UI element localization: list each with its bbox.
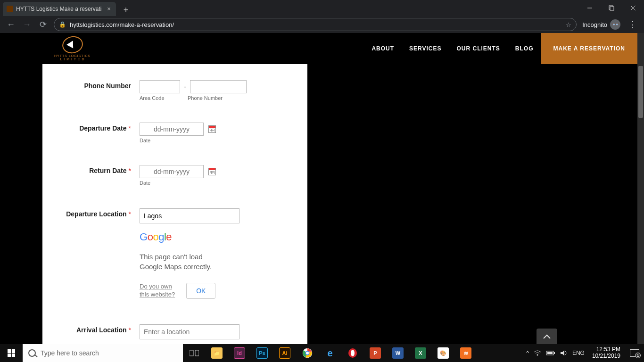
lock-icon: 🔒: [59, 21, 66, 28]
taskbar-app-paint[interactable]: 🎨: [432, 344, 454, 362]
phone-area-hint: Area Code: [140, 95, 184, 101]
nav-blog[interactable]: BLOG: [508, 33, 541, 64]
svg-point-13: [537, 354, 538, 356]
departure-date-label: Departure Date*: [57, 123, 131, 143]
nav-our-clients[interactable]: OUR CLIENTS: [449, 33, 508, 64]
svg-marker-17: [561, 350, 564, 356]
taskbar-app-indesign[interactable]: Id: [228, 344, 251, 362]
svg-rect-2: [610, 7, 614, 10]
return-date-label: Return Date*: [57, 165, 131, 186]
arrival-location-input[interactable]: [140, 324, 239, 339]
departure-date-hint: Date: [140, 138, 216, 143]
window-close-button[interactable]: [622, 0, 644, 16]
svg-point-10: [306, 352, 309, 354]
svg-rect-6: [195, 350, 199, 356]
tray-chevron-icon[interactable]: ^: [526, 350, 529, 356]
reload-button[interactable]: ⟳: [38, 19, 48, 30]
maps-ok-button[interactable]: OK: [186, 283, 215, 299]
taskbar-app-edge[interactable]: e: [319, 344, 341, 362]
window-minimize-button[interactable]: [579, 0, 601, 16]
tab-close-icon[interactable]: ×: [106, 6, 112, 12]
maps-error-line2: Google Maps correctly.: [140, 262, 262, 272]
taskbar-app-opera[interactable]: [341, 344, 364, 362]
tab-favicon: [7, 6, 13, 12]
logo-text: HYTTS LOGISTICSL I M I T E D: [54, 54, 91, 61]
scrollbar-thumb[interactable]: [638, 66, 643, 118]
taskbar-app-explorer[interactable]: 📁: [206, 344, 228, 362]
taskbar-app-word[interactable]: W: [387, 344, 409, 362]
taskbar-app-powerpoint[interactable]: P: [364, 344, 387, 362]
incognito-label: Incognito: [582, 21, 607, 28]
nav-services[interactable]: SERVICES: [402, 33, 449, 64]
forward-button[interactable]: →: [22, 19, 32, 30]
return-date-input[interactable]: [140, 165, 204, 178]
taskbar-search[interactable]: Type here to search: [23, 344, 183, 362]
departure-location-input[interactable]: [140, 208, 239, 223]
reservation-form-card: Email* example@example.com Phone Number …: [42, 33, 307, 344]
departure-location-label: Departure Location*: [57, 208, 131, 223]
svg-point-12: [351, 350, 355, 356]
taskbar-app-excel[interactable]: X: [409, 344, 432, 362]
taskbar-app-xampp[interactable]: ≋: [454, 344, 477, 362]
taskbar-app-illustrator[interactable]: Ai: [273, 344, 296, 362]
browser-tab[interactable]: HYTTS Logistics Make a reservati ×: [3, 2, 116, 16]
search-icon: [28, 349, 36, 357]
google-maps-error: Google This page can't load Google Maps …: [140, 231, 262, 299]
taskbar-search-placeholder: Type here to search: [41, 349, 99, 357]
tray-time: 12:53 PM: [592, 346, 620, 353]
windows-taskbar: Type here to search 📁 Id Ps Ai e P W X 🎨…: [0, 344, 644, 362]
tray-clock[interactable]: 12:53 PM 10/21/2019: [589, 346, 623, 360]
tray-battery-icon[interactable]: [546, 350, 555, 356]
tray-wifi-icon[interactable]: [534, 350, 541, 356]
browser-menu-button[interactable]: ⋮: [626, 19, 638, 30]
tray-date: 10/21/2019: [592, 353, 620, 360]
departure-date-input[interactable]: [140, 123, 204, 136]
taskbar-app-chrome[interactable]: [296, 344, 319, 362]
page-scrollbar[interactable]: [637, 33, 644, 344]
svg-rect-15: [554, 352, 555, 354]
phone-number-input[interactable]: [190, 80, 247, 93]
scroll-to-top-button[interactable]: [537, 329, 557, 344]
calendar-icon[interactable]: [208, 168, 216, 175]
arrival-location-label: Arrival Location*: [57, 324, 131, 339]
start-button[interactable]: [0, 349, 23, 357]
svg-rect-5: [190, 350, 193, 356]
task-view-button[interactable]: [183, 344, 206, 362]
nav-make-reservation[interactable]: MAKE A RESERVATION: [541, 33, 637, 64]
new-tab-button[interactable]: +: [120, 4, 132, 16]
calendar-icon[interactable]: [208, 125, 216, 133]
address-bar[interactable]: 🔒 hyttslogistics.com/make-a-reservation/…: [54, 18, 577, 31]
notification-badge: 1: [635, 353, 641, 358]
tray-notifications-icon[interactable]: 1: [630, 349, 639, 357]
bookmark-star-icon[interactable]: ☆: [566, 21, 571, 28]
taskbar-app-photoshop[interactable]: Ps: [251, 344, 273, 362]
svg-rect-16: [547, 352, 553, 354]
phone-number-hint: Phone Number: [188, 95, 223, 101]
window-maximize-button[interactable]: [601, 0, 622, 16]
phone-dash: -: [184, 82, 186, 91]
return-date-hint: Date: [140, 180, 216, 186]
incognito-indicator: Incognito 👓: [582, 19, 620, 30]
tray-volume-icon[interactable]: [560, 350, 568, 356]
back-button[interactable]: ←: [6, 19, 16, 30]
chevron-up-icon: [543, 334, 551, 339]
phone-area-input[interactable]: [140, 80, 180, 93]
maps-error-line1: This page can't load: [140, 252, 262, 262]
phone-label: Phone Number: [57, 80, 131, 101]
maps-own-website-link[interactable]: Do you ownthis website?: [140, 283, 175, 299]
incognito-icon: 👓: [610, 19, 620, 30]
windows-icon: [8, 349, 15, 357]
nav-about[interactable]: ABOUT: [364, 33, 402, 64]
site-logo[interactable]: HYTTS LOGISTICSL I M I T E D: [54, 36, 91, 61]
url-text: hyttslogistics.com/make-a-reservation/: [70, 21, 562, 28]
tab-title: HYTTS Logistics Make a reservati: [16, 6, 103, 12]
google-logo: Google: [140, 231, 262, 243]
tray-language[interactable]: ENG: [572, 350, 585, 356]
